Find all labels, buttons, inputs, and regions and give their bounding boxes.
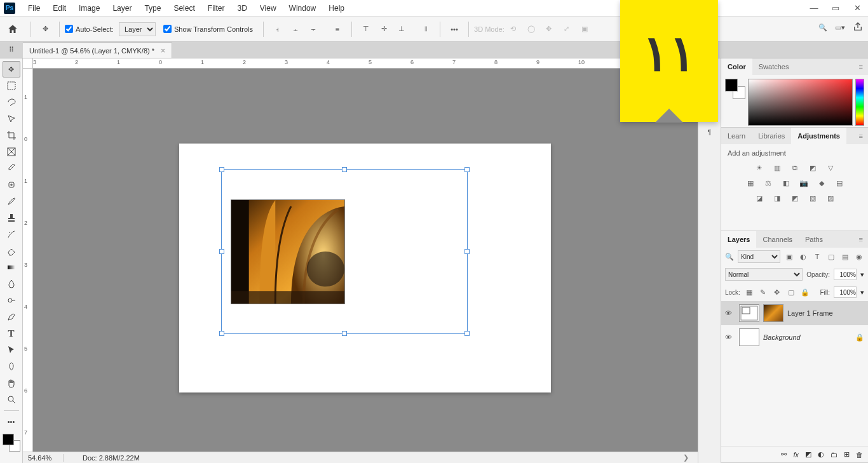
panel-menu-icon[interactable]: ≡: [854, 63, 868, 70]
threshold-icon[interactable]: ◩: [789, 192, 801, 204]
visibility-icon[interactable]: 👁: [725, 309, 735, 317]
share-icon[interactable]: [853, 22, 863, 33]
distribute-h-icon[interactable]: ≡: [331, 23, 344, 36]
color-balance-icon[interactable]: ⚖: [762, 177, 775, 189]
menu-type[interactable]: Type: [138, 0, 167, 17]
menu-help[interactable]: Help: [322, 0, 351, 17]
type-tool[interactable]: T: [3, 325, 20, 342]
menu-select[interactable]: Select: [167, 0, 201, 17]
lock-all-icon[interactable]: 🔒: [800, 287, 810, 297]
selective-color-icon[interactable]: ▨: [824, 192, 837, 204]
eraser-tool[interactable]: [3, 243, 20, 259]
handle-w[interactable]: [219, 249, 224, 254]
align-top-icon[interactable]: ⊤: [360, 23, 372, 36]
menu-image[interactable]: Image: [72, 0, 106, 17]
filter-shape-icon[interactable]: ▢: [826, 252, 836, 262]
distribute-v-icon[interactable]: ⦀: [419, 23, 432, 36]
tab-dock-icon[interactable]: ⠿: [0, 41, 23, 58]
menu-3d[interactable]: 3D: [231, 0, 253, 17]
status-menu-icon[interactable]: ❯: [679, 453, 693, 462]
group-icon[interactable]: 🗀: [831, 451, 837, 459]
move-tool[interactable]: ✥: [3, 61, 20, 77]
menu-layer[interactable]: Layer: [106, 0, 138, 17]
lock-pixels-icon[interactable]: ✎: [758, 287, 768, 297]
move-tool-icon[interactable]: ✥: [39, 23, 51, 36]
more-options-icon[interactable]: •••: [448, 23, 461, 36]
auto-select-dropdown[interactable]: Layer: [119, 22, 156, 36]
close-button[interactable]: ✕: [846, 1, 868, 15]
home-button[interactable]: [5, 22, 20, 37]
filter-smart-icon[interactable]: ▤: [840, 252, 850, 262]
filter-toggle-icon[interactable]: ◉: [854, 252, 864, 262]
hue-slider[interactable]: [855, 79, 864, 126]
handle-ne[interactable]: [465, 167, 470, 172]
doc-info[interactable]: Doc: 2.88M/2.22M: [64, 454, 140, 462]
show-transform-checkbox[interactable]: Show Transform Controls: [163, 25, 253, 33]
filter-adjust-icon[interactable]: ◐: [798, 252, 808, 262]
search-icon[interactable]: 🔍: [818, 23, 827, 32]
filter-pixel-icon[interactable]: ▣: [784, 252, 794, 262]
workspace-icon[interactable]: ▭▾: [835, 23, 845, 32]
paragraph-panel-icon[interactable]: ¶: [702, 124, 717, 140]
adjustment-layer-icon[interactable]: ◐: [818, 450, 824, 459]
align-right-icon[interactable]: ⫟: [307, 23, 320, 36]
tab-adjustments[interactable]: Adjustments: [791, 128, 846, 144]
posterize-icon[interactable]: ◨: [771, 192, 783, 204]
color-lookup-icon[interactable]: ▤: [833, 177, 846, 189]
lock-position-icon[interactable]: ✥: [772, 287, 782, 297]
pen-tool[interactable]: [3, 309, 20, 325]
gradient-map-icon[interactable]: ▧: [806, 192, 819, 204]
close-tab-icon[interactable]: ×: [161, 46, 165, 55]
exposure-icon[interactable]: ◩: [806, 162, 819, 173]
gradient-tool[interactable]: [3, 259, 20, 276]
photo-filter-icon[interactable]: 📷: [797, 177, 810, 189]
layer-fx-icon[interactable]: fx: [793, 451, 799, 459]
minimize-button[interactable]: —: [803, 1, 825, 15]
document-tab[interactable]: Untitled-1 @ 54.6% (Layer 1, CMYK/8) * ×: [23, 43, 172, 58]
transform-bounding-box[interactable]: [221, 169, 468, 334]
hue-sat-icon[interactable]: ▦: [744, 177, 757, 189]
panel-menu-icon[interactable]: ≡: [854, 132, 868, 140]
tab-libraries[interactable]: Libraries: [752, 128, 791, 144]
history-brush-tool[interactable]: [3, 226, 20, 243]
handle-se[interactable]: [465, 331, 470, 336]
brush-tool[interactable]: [3, 193, 20, 210]
filter-type-icon[interactable]: T: [812, 252, 822, 262]
link-layers-icon[interactable]: ⚯: [781, 450, 787, 459]
menu-view[interactable]: View: [254, 0, 283, 17]
tab-swatches[interactable]: Swatches: [752, 58, 796, 75]
menu-filter[interactable]: Filter: [201, 0, 231, 17]
channel-mixer-icon[interactable]: ◆: [815, 177, 828, 189]
vibrance-icon[interactable]: ▽: [824, 162, 837, 173]
menu-file[interactable]: File: [22, 0, 46, 17]
visibility-icon[interactable]: 👁: [725, 333, 735, 341]
align-bottom-icon[interactable]: ⊥: [395, 23, 408, 36]
bw-icon[interactable]: ◧: [780, 177, 792, 189]
opacity-input[interactable]: [834, 269, 857, 280]
tab-layers[interactable]: Layers: [721, 231, 756, 248]
tab-paths[interactable]: Paths: [799, 231, 829, 248]
zoom-tool[interactable]: [3, 391, 20, 408]
curves-icon[interactable]: ⧉: [789, 162, 801, 173]
lasso-tool[interactable]: [3, 94, 20, 111]
canvas-stage[interactable]: [33, 69, 698, 452]
path-select-tool[interactable]: [3, 342, 20, 358]
stamp-tool[interactable]: [3, 210, 20, 226]
shape-tool[interactable]: [3, 358, 20, 375]
color-picker-field[interactable]: [748, 79, 853, 126]
menu-window[interactable]: Window: [283, 0, 323, 17]
eyedropper-tool[interactable]: [3, 160, 20, 177]
blend-mode-dropdown[interactable]: Normal: [725, 268, 803, 281]
handle-s[interactable]: [342, 331, 347, 336]
foreground-background-swatch[interactable]: [3, 434, 20, 452]
tab-learn[interactable]: Learn: [721, 128, 752, 144]
layer-filter-kind[interactable]: Kind: [738, 250, 780, 263]
maximize-button[interactable]: ▭: [825, 1, 846, 15]
crop-tool[interactable]: [3, 127, 20, 144]
hand-tool[interactable]: [3, 375, 20, 391]
edit-toolbar-icon[interactable]: •••: [3, 413, 20, 430]
handle-nw[interactable]: [219, 167, 224, 172]
layer-row-bg[interactable]: 👁 Background 🔒: [721, 325, 868, 349]
auto-select-checkbox[interactable]: Auto-Select:: [65, 25, 114, 33]
healing-tool[interactable]: [3, 177, 20, 193]
